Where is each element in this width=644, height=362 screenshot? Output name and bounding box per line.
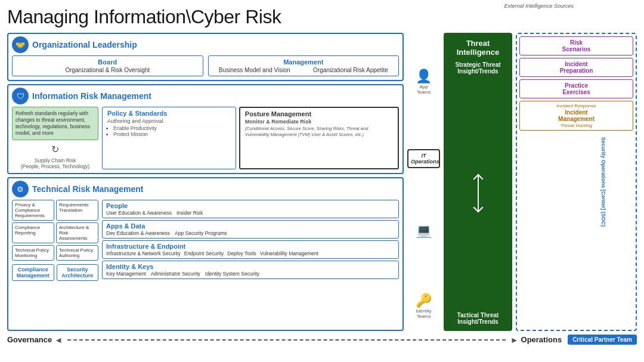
page-title: Managing Information\Cyber Risk [7, 6, 637, 28]
compliance-box-5: Technical Policy Monitoring [12, 245, 54, 261]
compliance-box-6: Technical Policy Authoring [56, 245, 98, 261]
threat-intel-title: Threat Intelligence [450, 39, 506, 57]
board-header: Board [17, 58, 198, 66]
compliance-mgmt: Compliance Management [12, 264, 54, 281]
board-box: Board Organizational & Risk Oversight [12, 55, 203, 76]
incident-management: IncidentManagement [522, 109, 631, 122]
leadership-icon: 🤝 [12, 36, 29, 53]
policy-bullet1: Enable Productivity [113, 125, 231, 131]
posture-box: Posture Management Monitor & Remediate R… [239, 107, 399, 169]
mgmt-item2: Organizational Risk Appetite [313, 67, 388, 73]
mgmt-header: Management [213, 58, 394, 66]
apps-item2: App Security Programs [175, 230, 227, 236]
incident-preparation: IncidentPreparation [519, 58, 633, 77]
mgmt-item1: Business Model and Vision [219, 67, 290, 73]
tech-risk-title: Technical Risk Management [32, 184, 143, 194]
risk-scenarios: RiskScenarios [519, 36, 633, 55]
incident-response: Incident Response [522, 103, 631, 109]
infra-item2: Endpoint Security [184, 250, 224, 256]
info-risk-icon: 🛡 [12, 88, 29, 104]
people-item1: User Education & Awareness [106, 210, 172, 216]
supply-chain-text: Supply Chain Risk (People, Process, Tech… [12, 157, 98, 169]
policy-bullet2: Protect Mission [113, 131, 231, 137]
soc-label: Security Operations [Center] (SOC) [600, 134, 606, 230]
security-ops-panel: RiskScenarios IncidentPreparation Practi… [516, 33, 637, 331]
infra-item4: Vulnerability Management [260, 250, 318, 256]
compliance-box-2: Requirements Translation [56, 200, 98, 221]
threat-strategic: Strategic Threat Insight/Trends [450, 61, 506, 75]
info-risk-section: 🛡 Information Risk Management Refresh st… [7, 84, 404, 174]
practice-exercises: PracticeExercises [519, 79, 633, 98]
compliance-box-3: Compliance Reporting [12, 222, 54, 243]
policy-standards-box: Policy & Standards Authoring and Approva… [102, 107, 236, 169]
infra-category: Infrastructure & Endpoint Infrastructure… [102, 240, 399, 259]
threat-tactical: Tactical Threat Insight/Trends [450, 312, 506, 325]
org-leadership-section: 🤝 Organizational Leadership Board Organi… [7, 33, 404, 81]
apps-data-category: Apps & Data Dev Education & Awareness Ap… [102, 220, 399, 239]
main-container: Managing Information\Cyber Risk External… [0, 0, 644, 362]
management-box: Management Business Model and Vision Org… [208, 55, 400, 76]
app-teams-label: App Teams [407, 84, 440, 95]
posture-sub: Monitor & Remediate Risk [245, 119, 393, 125]
tech-risk-section: ⚙ Technical Risk Management Privacy & Co… [7, 177, 404, 331]
security-arch: Security Architecture [57, 264, 99, 281]
identity-item3: Identity System Security [205, 271, 259, 277]
infra-item3: Deploy Tools [227, 250, 256, 256]
apps-item1: Dev Education & Awareness [106, 230, 170, 236]
org-leadership-title: Organizational Leadership [32, 40, 137, 49]
threat-hunting: Threat Hunting [522, 123, 631, 128]
compliance-box-1: Privacy & Compliance Requirements [12, 200, 54, 221]
people-category: People User Education & Awareness Inside… [102, 200, 399, 218]
threat-intel-box: Threat Intelligence Strategic Threat Ins… [444, 33, 512, 331]
infra-item1: Infrastructure & Network Security [106, 250, 181, 256]
apps-data-title: Apps & Data [106, 222, 395, 230]
it-operations-label: IT Operations [411, 153, 436, 165]
identity-category: Identity & Keys Key Management Administr… [102, 261, 399, 279]
identity-item2: Administrator Security [151, 271, 200, 277]
board-content: Organizational & Risk Oversight [17, 67, 198, 73]
tech-risk-icon: ⚙ [12, 181, 29, 197]
critical-partner-btn: Critical Partner Team [568, 335, 637, 345]
identity-item1: Key Management [106, 271, 146, 277]
posture-content: (Conditional Access, Secure Score, Shari… [245, 126, 393, 138]
refresh-box: Refresh standards regularly with changes… [12, 107, 98, 140]
governance-label: Governance [7, 335, 52, 344]
operations-label: Operations [521, 335, 562, 344]
compliance-box-4: Architecture & Risk Assessments [56, 222, 98, 243]
identity-teams-label: Identity Teams [407, 308, 440, 319]
people-title: People [106, 202, 395, 209]
policy-title: Policy & Standards [107, 110, 231, 117]
posture-title: Posture Management [245, 110, 393, 117]
identity-title: Identity & Keys [106, 263, 395, 270]
people-item2: Insider Risk [177, 210, 203, 216]
info-risk-title: Information Risk Management [32, 91, 151, 101]
bottom-bar: Governance ◄ ► Operations Critical Partn… [7, 332, 637, 345]
ext-intel-label: External Intelligence Sources [504, 3, 574, 9]
infra-title: Infrastructure & Endpoint [106, 243, 395, 250]
policy-sub: Authoring and Approval [107, 118, 231, 124]
